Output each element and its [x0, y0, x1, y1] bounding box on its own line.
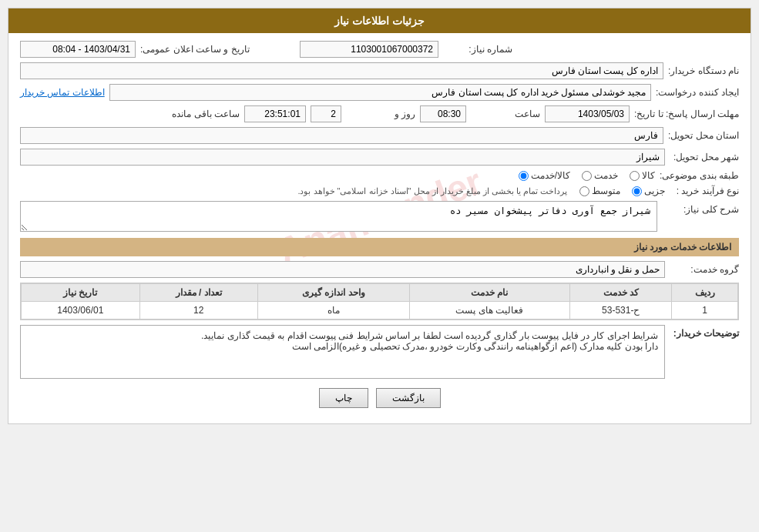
description-textarea[interactable] — [20, 201, 657, 232]
contact-info-link[interactable]: اطلاعات تماس خریدار — [20, 87, 105, 98]
creator-row: ایجاد کننده درخواست: اطلاعات تماس خریدار — [20, 84, 739, 101]
need-number-label: شماره نیاز: — [443, 44, 512, 55]
response-remaining-label: ساعت باقی مانده — [170, 109, 240, 119]
btn-row: بازگشت چاپ — [20, 388, 739, 416]
table-cell-unit: ماه — [258, 302, 410, 320]
response-time-label: ساعت — [471, 109, 540, 119]
creator-label: ایجاد کننده درخواست: — [656, 87, 739, 98]
col-unit: واحد اندازه گیری — [258, 284, 410, 302]
creator-input — [109, 84, 651, 101]
service-group-label: گروه خدمت: — [670, 264, 739, 275]
announcement-date-label: تاریخ و ساعت اعلان عمومی: — [140, 44, 250, 55]
purchase-type-radio-group: جزیی متوسط — [579, 186, 665, 196]
services-section-header: اطلاعات خدمات مورد نیاز — [20, 238, 739, 256]
purchase-motavasset-radio[interactable] — [579, 186, 589, 196]
table-cell-row: 1 — [672, 302, 738, 320]
response-date-input — [545, 105, 630, 122]
purchase-motavasset-item[interactable]: متوسط — [579, 186, 620, 196]
buyer-org-input — [20, 62, 663, 79]
services-table: ردیف کد خدمت نام خدمت واحد اندازه گیری ت… — [21, 283, 738, 320]
purchase-type-note: پرداخت تمام یا بخشی از مبلغ خریدار از مح… — [297, 186, 567, 196]
buyer-org-row: نام دستگاه خریدار: — [20, 62, 739, 79]
table-cell-quantity: 12 — [139, 302, 257, 320]
category-khedmat-item[interactable]: خدمت — [582, 170, 618, 181]
category-kala-khedmat-radio[interactable] — [519, 171, 529, 181]
table-row: 1ح-531-53فعالیت های پستماه121403/06/01 — [22, 302, 738, 320]
category-kala-radio[interactable] — [630, 171, 640, 181]
col-code: کد خدمت — [570, 284, 672, 302]
purchase-jozi-label: جزیی — [644, 186, 665, 196]
response-remaining-input — [244, 105, 306, 122]
province-row: استان محل تحویل: — [20, 127, 739, 144]
table-header-row: ردیف کد خدمت نام خدمت واحد اندازه گیری ت… — [22, 284, 738, 302]
response-deadline-label: مهلت ارسال پاسخ: تا تاریخ: — [634, 109, 739, 119]
panel-title: جزئیات اطلاعات نیاز — [334, 15, 425, 27]
purchase-jozi-item[interactable]: جزیی — [632, 186, 665, 196]
col-quantity: تعداد / مقدار — [139, 284, 257, 302]
buyer-notes-textarea[interactable] — [20, 325, 665, 379]
city-label: شهر محل تحویل: — [670, 152, 739, 162]
purchase-type-row: نوع فرآیند خرید : جزیی متوسط پرداخت تمام… — [20, 186, 739, 196]
buyer-notes-label: توضیحات خریدار: — [670, 325, 739, 339]
announcement-date-input — [20, 41, 136, 58]
category-khedmat-radio[interactable] — [582, 171, 592, 181]
response-deadline-row: مهلت ارسال پاسخ: تا تاریخ: ساعت روز و سا… — [20, 105, 739, 122]
response-time-input — [420, 105, 466, 122]
category-radio-group: کالا خدمت کالا/خدمت — [519, 170, 655, 181]
province-label: استان محل تحویل: — [668, 130, 739, 141]
col-date: تاریخ نیاز — [22, 284, 140, 302]
category-kala-khedmat-item[interactable]: کالا/خدمت — [519, 170, 570, 181]
description-label: شرح کلی نیاز: — [662, 201, 739, 215]
main-panel: AnahTender جزئیات اطلاعات نیاز شماره نیا… — [8, 8, 751, 424]
back-button[interactable]: بازگشت — [376, 388, 441, 408]
service-group-row: گروه خدمت: — [20, 261, 739, 278]
city-input — [20, 149, 665, 166]
response-days-label: روز و — [346, 109, 415, 119]
col-name: نام خدمت — [409, 284, 570, 302]
category-kala-item[interactable]: کالا — [630, 170, 655, 181]
category-label: طبقه بندی موضوعی: — [660, 170, 739, 181]
purchase-jozi-radio[interactable] — [632, 186, 642, 196]
buyer-org-label: نام دستگاه خریدار: — [668, 65, 739, 76]
city-row: شهر محل تحویل: — [20, 149, 739, 166]
need-number-input — [300, 41, 438, 58]
panel-header: جزئیات اطلاعات نیاز — [8, 8, 751, 33]
table-cell-date: 1403/06/01 — [22, 302, 140, 320]
services-table-container: ردیف کد خدمت نام خدمت واحد اندازه گیری ت… — [20, 283, 739, 320]
response-days-input — [311, 105, 341, 122]
table-cell-code: ح-531-53 — [570, 302, 672, 320]
category-kala-label: کالا — [642, 170, 655, 181]
purchase-motavasset-label: متوسط — [592, 186, 620, 196]
category-khedmat-label: خدمت — [594, 170, 618, 181]
category-kala-khedmat-label: کالا/خدمت — [531, 170, 570, 181]
category-row: طبقه بندی موضوعی: کالا خدمت کالا/خدمت — [20, 170, 739, 181]
panel-body: شماره نیاز: تاریخ و ساعت اعلان عمومی: نا… — [8, 33, 751, 423]
purchase-type-label: نوع فرآیند خرید : — [670, 186, 739, 196]
buyer-notes-row: توضیحات خریدار: — [20, 325, 739, 379]
col-row-num: ردیف — [672, 284, 738, 302]
print-button[interactable]: چاپ — [319, 388, 368, 408]
table-cell-name: فعالیت های پست — [409, 302, 570, 320]
service-group-input — [20, 261, 665, 278]
need-number-row: شماره نیاز: تاریخ و ساعت اعلان عمومی: — [20, 41, 739, 58]
page-wrapper: AnahTender جزئیات اطلاعات نیاز شماره نیا… — [0, 0, 759, 532]
description-row: شرح کلی نیاز: — [20, 201, 739, 232]
province-input — [20, 127, 663, 144]
